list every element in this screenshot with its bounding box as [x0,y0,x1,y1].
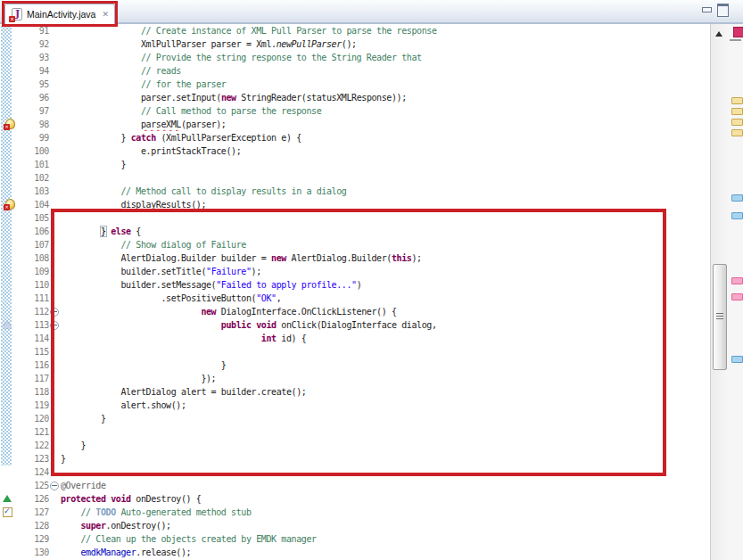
line-number: 99 [20,131,49,144]
gutter-cell [0,251,20,265]
code-line[interactable]: 108 AlertDialog.Builder builder = new Al… [0,251,710,265]
code-line[interactable]: 124 [0,465,710,479]
code-line[interactable]: 129 // Clean up the objects created by E… [0,532,710,546]
fold-column [49,305,61,318]
tab-close-icon[interactable]: ✕ [102,10,109,19]
error-marker-icon[interactable] [4,119,15,130]
ruler-marker-info[interactable] [731,356,743,363]
code-line[interactable]: 113 public void onClick(DialogInterface … [0,318,710,332]
line-number: 108 [20,251,49,265]
collapse-icon[interactable] [50,321,59,330]
code-line[interactable]: 130 emdkManager.release(); [0,546,710,559]
code-line[interactable]: 94 // reads [0,64,710,78]
gutter-cell [0,265,20,278]
code-line[interactable]: 93 // Provide the string response to the… [0,51,710,64]
error-marker-icon[interactable] [4,199,15,210]
code-line[interactable]: 110 builder.setMessage("Failed to apply … [0,278,710,292]
vertical-scrollbar[interactable] [710,24,728,560]
scrollbar-thumb[interactable] [713,264,727,370]
tab-mainactivity[interactable]: J× MainActivity.java ✕ [4,4,115,24]
code-line[interactable]: 104 displayResults(); [0,198,710,211]
fold-column [49,158,61,171]
code-line[interactable]: 102 [0,171,710,185]
fold-column [49,37,61,51]
code-line[interactable]: 92 XmlPullParser parser = Xml.newPullPar… [0,37,710,51]
gutter-cell [0,479,20,492]
code-line[interactable]: 119 alert.show(); [0,399,710,412]
code-text: // Clean up the objects created by EMDK … [61,532,710,546]
code-line[interactable]: 100 e.printStackTrace(); [0,144,710,158]
code-line[interactable]: 99 } catch (XmlPullParserException e) { [0,131,710,144]
line-number: 114 [20,332,49,345]
line-number: 103 [20,185,49,198]
maximize-icon[interactable] [717,4,729,17]
gutter-cell [0,399,20,412]
gutter-cell [0,131,20,144]
ruler-marker-warning[interactable] [731,277,743,284]
ruler-marker-occurrence[interactable] [731,129,743,136]
code-line[interactable]: 127 // TODO Auto-generated method stub [0,506,710,519]
gutter-cell [0,91,20,104]
code-line[interactable]: 122 } [0,439,710,452]
code-line[interactable]: 98 parseXML(parser); [0,118,710,131]
code-line[interactable]: 121 [0,425,710,439]
code-line[interactable]: 107 // Show dialog of Failure [0,238,710,251]
code-text: .setPositiveButton("OK", [61,292,710,305]
scroll-up-arrow-icon[interactable] [715,31,722,37]
collapse-icon[interactable] [50,482,59,490]
code-line[interactable]: 117 }); [0,372,710,385]
fold-column [49,332,61,345]
fold-column [49,278,61,292]
line-number: 121 [20,425,49,439]
code-text: } [61,358,710,372]
fold-column [49,506,61,519]
code-line[interactable]: 115 [0,345,710,358]
code-line[interactable]: 114 int id) { [0,332,710,345]
line-number: 96 [20,91,49,104]
gutter-cell [0,171,20,185]
code-line[interactable]: 128 super.onDestroy(); [0,519,710,532]
code-text: public void onClick(DialogInterface dial… [61,318,710,332]
code-line[interactable]: 118 AlertDialog alert = builder.create()… [0,385,710,399]
gutter-cell [0,439,20,452]
fold-column [49,118,61,131]
line-number: 123 [20,452,49,465]
code-line[interactable]: 126protected void onDestroy() { [0,492,710,506]
ruler-marker-info[interactable] [731,194,743,202]
code-text: @Override [61,479,710,492]
gutter-cell [0,305,20,318]
gutter-cell [0,37,20,51]
error-summary-marker[interactable] [733,27,743,37]
code-line[interactable]: 106 } else { [0,225,710,238]
collapse-icon[interactable] [50,308,59,317]
code-line[interactable]: 97 // Call method to parse the response [0,104,710,118]
code-line[interactable]: 120 } [0,412,710,425]
code-editor-area[interactable]: 91 // Create instance of XML Pull Parser… [0,24,710,560]
ruler-marker-occurrence[interactable] [731,119,743,126]
line-number: 109 [20,265,49,278]
ruler-marker-occurrence[interactable] [731,108,743,115]
ruler-marker-occurrence[interactable] [731,97,743,104]
code-line[interactable]: 101 } [0,158,710,171]
fold-column [49,532,61,546]
fold-column [49,399,61,412]
ruler-marker-info[interactable] [731,212,743,219]
code-line[interactable]: 95 // for the parser [0,78,710,91]
fold-column [49,292,61,305]
code-line[interactable]: 103 // Method call to display results in… [0,185,710,198]
code-line[interactable]: 109 builder.setTitle("Failure"); [0,265,710,278]
code-line[interactable]: 116 } [0,358,710,372]
code-line[interactable]: 112 new DialogInterface.OnClickListener(… [0,305,710,318]
code-text: } [61,412,710,425]
fold-column [49,185,61,198]
code-line[interactable]: 96 parser.setInput(new StringReader(stat… [0,91,710,104]
ruler-marker-warning[interactable] [731,293,743,301]
code-line[interactable]: 125@Override [0,479,710,492]
code-line[interactable]: 123} [0,452,710,465]
minimize-icon[interactable] [702,7,712,12]
code-line[interactable]: 105 [0,211,710,225]
code-line[interactable]: 111 .setPositiveButton("OK", [0,292,710,305]
line-number: 100 [20,144,49,158]
fold-column [49,144,61,158]
line-number: 101 [20,158,49,171]
